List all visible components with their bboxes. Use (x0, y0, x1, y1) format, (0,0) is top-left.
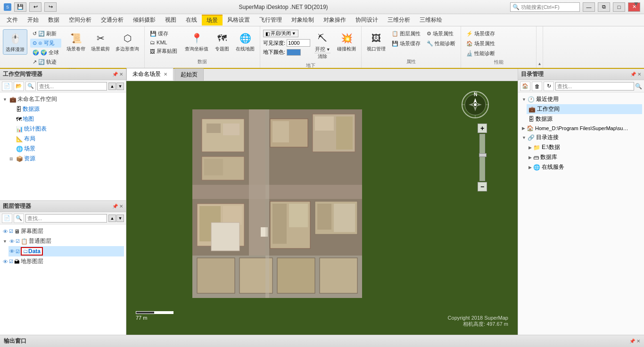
scene-scroll-button[interactable]: 📜 场景卷帘 (64, 29, 88, 54)
cache-button[interactable]: 💾 缓存 (148, 29, 180, 38)
ws-nav-up[interactable]: ▲ (108, 83, 116, 90)
catalog-search-input[interactable] (555, 82, 634, 91)
online-map-button[interactable]: 🌐 在线地图 (233, 29, 257, 54)
restore-button[interactable]: ⧉ (598, 2, 610, 12)
zoom-out-button[interactable]: − (478, 182, 487, 191)
close-workspace-button[interactable]: ✕ (119, 72, 123, 77)
titlebar-search[interactable]: 🔍 (510, 2, 580, 12)
scene-cache-button[interactable]: 💾 场景缓存 (389, 39, 423, 48)
catalog-connections[interactable]: ▼ 🔗 目录连接 (520, 132, 642, 142)
minimize-button[interactable]: — (583, 2, 595, 12)
menu-flight[interactable]: 飞行管理 (255, 15, 287, 25)
pin-button[interactable]: 📌 (112, 72, 118, 77)
screen-visible-icon[interactable]: 👁 (3, 229, 8, 234)
close-layer-button[interactable]: ✕ (119, 204, 123, 209)
menu-collab[interactable]: 协同设计 (351, 15, 383, 25)
expand-edata[interactable]: ▶ (528, 145, 532, 150)
thematic-map-button[interactable]: 🗺 专题图 (212, 29, 232, 54)
color-picker[interactable] (287, 49, 301, 56)
expand-online[interactable]: ▶ (528, 165, 532, 170)
perf-btn2[interactable]: 🔬 性能诊断 (464, 49, 497, 58)
ws-new-button[interactable]: 📄 (2, 82, 12, 91)
tab-dropdown[interactable]: ▼ (633, 0, 639, 8)
catalog-home[interactable]: ▶ 🏠 Home_D:\Program Files\SuperMap\super… (520, 124, 642, 132)
scene-tab-close[interactable]: ✕ (164, 72, 167, 77)
pin-layer-button[interactable]: 📌 (112, 204, 118, 209)
scene-props-button[interactable]: ⚙ 场景属性 (424, 29, 458, 38)
map-canvas[interactable]: N + (126, 81, 518, 335)
screen-check[interactable]: ☑ (9, 229, 13, 234)
tree-datasource[interactable]: 🗄 数据源 (8, 104, 124, 114)
layer-screen[interactable]: 👁 ☑ 🖥 屏幕图层 (2, 226, 124, 236)
save-button[interactable]: 💾 (14, 2, 26, 12)
menu-data[interactable]: 数据 (43, 15, 64, 25)
perf-diag-button[interactable]: 🔧 性能诊断 (424, 39, 458, 48)
map-tab-start[interactable]: 起始页 (174, 68, 204, 81)
tree-expand-root[interactable]: ▼ (3, 97, 8, 102)
tree-item-root[interactable]: ▼ 💼 未命名工作空间 (2, 94, 124, 104)
menu-online[interactable]: 在线 (181, 15, 202, 25)
layer-nav-up[interactable]: ▲ (108, 215, 116, 222)
zoom-in-button[interactable]: + (478, 124, 487, 133)
menu-file[interactable]: 文件 (2, 15, 23, 25)
layer-normal[interactable]: ▼ 👁 ☑ 📋 普通图层 (2, 236, 124, 246)
tree-chart[interactable]: 📊 统计图表 (8, 124, 124, 134)
dig-button[interactable]: ⛏ 开挖 ▼ 清除 (312, 29, 333, 61)
catalog-datasource[interactable]: 🗄 数据源 (527, 114, 642, 124)
search-input[interactable] (521, 4, 578, 10)
menu-style[interactable]: 风格设置 (223, 15, 255, 25)
ribbon-collapse-button[interactable]: ▴ (538, 61, 541, 66)
catalog-database[interactable]: ▶ 🗃 数据库 (527, 152, 642, 162)
expand-db[interactable]: ▶ (528, 155, 532, 160)
compass[interactable]: N (461, 91, 489, 119)
kml-button[interactable]: 🗂 KML (148, 39, 180, 46)
query-coord-button[interactable]: 📍 查询坐标值 (182, 29, 211, 54)
viewport-manage-button[interactable]: 🖼 视口管理 (364, 29, 388, 54)
track-button[interactable]: ↗ 🔄 轨迹 (30, 58, 61, 66)
terrain-visible-icon[interactable]: 👁 (3, 259, 8, 264)
globe-button[interactable]: 🌍 🌍 全球 (30, 48, 61, 57)
terrain-check[interactable]: ☑ (9, 259, 13, 264)
ws-open-button[interactable]: 📂 (14, 82, 24, 91)
menu-oblique[interactable]: 倾斜摄影 (128, 15, 160, 25)
polygon-query-button[interactable]: ⬡ 多边形查询 (113, 29, 141, 54)
data-visible-icon[interactable]: 👁 (9, 248, 15, 254)
scene-perf-button[interactable]: ⚡ 场景缓存 (464, 29, 497, 38)
tree-expand-normal[interactable]: ▼ (3, 239, 8, 244)
scene-attr-button[interactable]: 🏠 场景属性 (464, 39, 497, 48)
pin-output-button[interactable]: 📌 (629, 339, 635, 344)
depth-input[interactable] (287, 39, 310, 47)
menu-objops[interactable]: 对象操作 (319, 15, 351, 25)
menu-traffic[interactable]: 交通分析 (96, 15, 128, 25)
close-output-button[interactable]: ✕ (636, 339, 640, 344)
menu-scene[interactable]: 场景 (202, 15, 223, 25)
menu-spatial[interactable]: 空间分析 (64, 15, 96, 25)
select-roam-button[interactable]: 🖱️ 选择漫游 (3, 29, 27, 55)
catalog-edata[interactable]: ▶ 📁 E:\数据 (527, 142, 642, 152)
normal-check[interactable]: ☑ (16, 239, 20, 244)
pin-catalog-button[interactable]: 📌 (630, 72, 636, 77)
catalog-recent[interactable]: ▼ 🕐 最近使用 (520, 94, 642, 104)
catalog-workspace[interactable]: 💼 工作空间 (527, 104, 642, 114)
refresh-button[interactable]: ↺ 🔄 刷新 (30, 29, 61, 38)
undo-button[interactable]: ↩ (29, 2, 41, 12)
layer-search-icon-btn[interactable]: 🔍 (14, 214, 24, 223)
tree-expand-res[interactable]: ⊞ (9, 157, 15, 161)
ws-nav-down[interactable]: ▼ (116, 83, 124, 90)
zoom-slider[interactable] (479, 134, 485, 181)
collision-button[interactable]: 💥 碰撞检测 (335, 29, 358, 54)
tree-layout[interactable]: 📐 布局 (8, 134, 124, 144)
menu-view[interactable]: 视图 (160, 15, 181, 25)
tree-scene[interactable]: 🌐 场景 (8, 144, 124, 154)
expand-connections[interactable]: ▼ (522, 135, 526, 140)
layer-terrain[interactable]: 👁 ☑ 🏔 地形图层 (2, 256, 124, 266)
menu-3dmark[interactable]: 三维标绘 (415, 15, 447, 25)
map-tab-scene[interactable]: 未命名场景 ✕ (126, 68, 173, 81)
scene-clip-button[interactable]: ✂ 场景裁剪 (89, 29, 112, 54)
menu-draw[interactable]: 对象绘制 (287, 15, 319, 25)
catalog-online[interactable]: ▶ 🌐 在线服务 (527, 162, 642, 172)
visible-button[interactable]: ⊙ ⊙ 可见 (30, 39, 61, 48)
layer-search-input[interactable] (25, 214, 107, 223)
data-check[interactable]: ☑ (16, 249, 20, 254)
menu-3danalysis[interactable]: 三维分析 (383, 15, 415, 25)
